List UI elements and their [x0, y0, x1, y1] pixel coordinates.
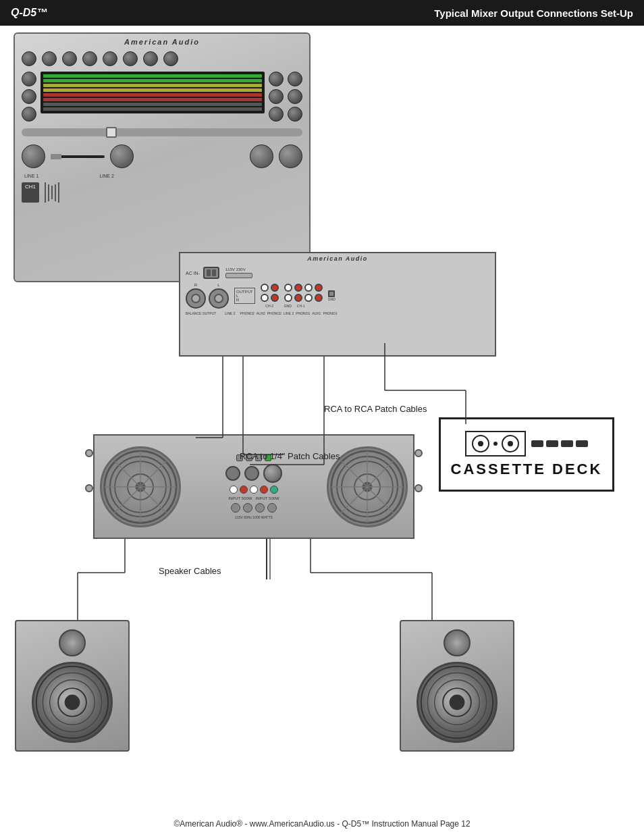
- speaker-tweeter-right: [444, 629, 471, 656]
- mixer-knob: [269, 89, 284, 104]
- mixer-knob: [269, 107, 284, 122]
- mixer-large-knob: [110, 145, 134, 168]
- mixer-large-knob: [250, 145, 273, 168]
- mixer-knob: [143, 51, 158, 66]
- speaker-left-box: [15, 620, 130, 752]
- mixer-knob: [22, 72, 36, 86]
- cassette-btn: [576, 440, 588, 447]
- amp-fan-left: [100, 446, 181, 527]
- main-content: American Audio: [0, 26, 644, 834]
- cassette-reel-right: [502, 435, 519, 452]
- speaker-woofer-right: [417, 662, 498, 743]
- mixer-large-knob: [22, 145, 45, 168]
- speaker-right: [400, 620, 514, 752]
- speaker-right-box: [400, 620, 514, 752]
- cassette-reel-container: [465, 431, 526, 457]
- rear-panel: American Audio AC IN- 115V 230V R: [179, 252, 496, 357]
- page-header: Q-D5™ Typical Mixer Output Connections S…: [0, 0, 644, 26]
- mixer-knob: [82, 51, 97, 66]
- footer-text: ©American Audio® - www.AmericanAudio.us …: [173, 819, 470, 829]
- mixer-knob: [288, 89, 302, 104]
- mixer-device: American Audio: [14, 32, 311, 282]
- cassette-buttons: [531, 440, 588, 447]
- cassette-btn: [561, 440, 573, 447]
- model-label: Q-D5™: [11, 7, 47, 19]
- page-footer: ©American Audio® - www.AmericanAudio.us …: [0, 819, 644, 829]
- cassette-label: CASSETTE DECK: [451, 461, 603, 478]
- label-rca-rca: RCA to RCA Patch Cables: [324, 404, 427, 414]
- speaker-tweeter-left: [59, 629, 86, 656]
- cassette-btn: [531, 440, 543, 447]
- page-title: Typical Mixer Output Connections Set-Up: [434, 7, 633, 19]
- mixer-knob: [123, 51, 138, 66]
- amplifier: INPUT 500W INPUT 500W 115V 60Hz 1000 WAT…: [93, 434, 414, 539]
- mixer-knob: [22, 51, 36, 66]
- mixer-knob: [22, 89, 36, 104]
- label-speaker: Speaker Cables: [159, 566, 221, 576]
- cassette-deck: CASSETTE DECK: [439, 417, 614, 492]
- mixer-large-knob: [279, 145, 302, 168]
- mixer-knob: [103, 51, 117, 66]
- mixer-knob: [62, 51, 77, 66]
- mixer-knob: [269, 72, 284, 86]
- rear-panel-brand: American Audio: [180, 253, 495, 264]
- mixer-knob: [42, 51, 57, 66]
- svg-point-25: [450, 694, 465, 710]
- mixer-knob: [288, 107, 302, 122]
- mixer-knob: [288, 72, 302, 86]
- speaker-left: [15, 620, 130, 752]
- svg-point-20: [65, 694, 80, 710]
- cassette-icon: [465, 431, 588, 457]
- mixer-knob: [22, 107, 36, 122]
- mixer-knob: [163, 51, 178, 66]
- cassette-reel-left: [472, 435, 489, 452]
- label-rca-quarter: RCA to 1/4" Patch Cables: [240, 451, 340, 461]
- cassette-btn: [546, 440, 558, 447]
- speaker-woofer-left: [32, 662, 113, 743]
- mixer-brand: American Audio: [15, 34, 309, 49]
